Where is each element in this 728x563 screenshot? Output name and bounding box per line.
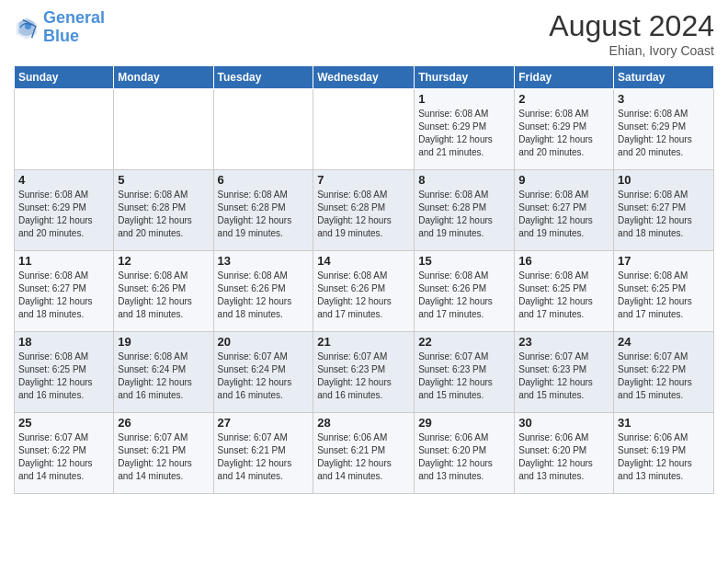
calendar-week-0: 1Sunrise: 6:08 AM Sunset: 6:29 PM Daylig… (15, 89, 714, 170)
calendar-cell: 15Sunrise: 6:08 AM Sunset: 6:26 PM Dayli… (415, 251, 515, 332)
day-info: Sunrise: 6:07 AM Sunset: 6:24 PM Dayligh… (218, 350, 310, 402)
day-number: 15 (418, 254, 510, 268)
calendar-cell: 17Sunrise: 6:08 AM Sunset: 6:25 PM Dayli… (614, 251, 714, 332)
col-friday: Friday (515, 66, 614, 89)
col-thursday: Thursday (415, 66, 515, 89)
day-number: 10 (618, 173, 710, 187)
calendar-cell: 4Sunrise: 6:08 AM Sunset: 6:29 PM Daylig… (15, 170, 114, 251)
day-number: 27 (218, 416, 310, 430)
calendar-cell: 7Sunrise: 6:08 AM Sunset: 6:28 PM Daylig… (313, 170, 415, 251)
calendar-cell: 29Sunrise: 6:06 AM Sunset: 6:20 PM Dayli… (415, 413, 515, 494)
day-info: Sunrise: 6:06 AM Sunset: 6:21 PM Dayligh… (317, 431, 410, 483)
day-info: Sunrise: 6:08 AM Sunset: 6:28 PM Dayligh… (418, 189, 510, 240)
col-sunday: Sunday (15, 66, 114, 89)
calendar-cell: 5Sunrise: 6:08 AM Sunset: 6:28 PM Daylig… (114, 170, 213, 251)
day-number: 28 (317, 416, 410, 430)
day-info: Sunrise: 6:08 AM Sunset: 6:25 PM Dayligh… (18, 350, 109, 402)
day-info: Sunrise: 6:08 AM Sunset: 6:24 PM Dayligh… (118, 350, 209, 402)
page: General Blue August 2024 Ehian, Ivory Co… (0, 0, 728, 563)
day-number: 23 (518, 335, 609, 349)
logo-line1: General (43, 8, 105, 27)
calendar-cell: 13Sunrise: 6:08 AM Sunset: 6:26 PM Dayli… (213, 251, 313, 332)
calendar-cell: 27Sunrise: 6:07 AM Sunset: 6:21 PM Dayli… (213, 413, 313, 494)
day-info: Sunrise: 6:08 AM Sunset: 6:26 PM Dayligh… (418, 270, 510, 321)
day-info: Sunrise: 6:08 AM Sunset: 6:28 PM Dayligh… (317, 189, 410, 240)
calendar-cell: 24Sunrise: 6:07 AM Sunset: 6:22 PM Dayli… (614, 332, 714, 413)
day-info: Sunrise: 6:08 AM Sunset: 6:25 PM Dayligh… (618, 270, 710, 321)
day-number: 2 (518, 92, 609, 106)
calendar-cell: 30Sunrise: 6:06 AM Sunset: 6:20 PM Dayli… (515, 413, 614, 494)
day-number: 17 (618, 254, 710, 268)
calendar-cell: 23Sunrise: 6:07 AM Sunset: 6:23 PM Dayli… (515, 332, 614, 413)
header: General Blue August 2024 Ehian, Ivory Co… (14, 9, 714, 58)
calendar-cell: 2Sunrise: 6:08 AM Sunset: 6:29 PM Daylig… (515, 89, 614, 170)
day-info: Sunrise: 6:08 AM Sunset: 6:29 PM Dayligh… (418, 108, 510, 159)
day-number: 18 (18, 335, 109, 349)
calendar-cell (114, 89, 213, 170)
day-number: 21 (317, 335, 410, 349)
day-number: 9 (518, 173, 609, 187)
month-year: August 2024 (549, 9, 714, 43)
day-info: Sunrise: 6:08 AM Sunset: 6:28 PM Dayligh… (118, 189, 209, 240)
calendar-cell: 1Sunrise: 6:08 AM Sunset: 6:29 PM Daylig… (415, 89, 515, 170)
calendar: Sunday Monday Tuesday Wednesday Thursday… (14, 65, 714, 494)
calendar-cell: 21Sunrise: 6:07 AM Sunset: 6:23 PM Dayli… (313, 332, 415, 413)
day-info: Sunrise: 6:08 AM Sunset: 6:29 PM Dayligh… (518, 108, 609, 159)
logo: General Blue (14, 9, 105, 46)
day-info: Sunrise: 6:08 AM Sunset: 6:27 PM Dayligh… (18, 270, 109, 321)
day-info: Sunrise: 6:08 AM Sunset: 6:26 PM Dayligh… (317, 270, 410, 321)
calendar-week-4: 25Sunrise: 6:07 AM Sunset: 6:22 PM Dayli… (15, 413, 714, 494)
calendar-cell: 12Sunrise: 6:08 AM Sunset: 6:26 PM Dayli… (114, 251, 213, 332)
calendar-cell: 8Sunrise: 6:08 AM Sunset: 6:28 PM Daylig… (415, 170, 515, 251)
calendar-cell: 31Sunrise: 6:06 AM Sunset: 6:19 PM Dayli… (614, 413, 714, 494)
calendar-cell: 26Sunrise: 6:07 AM Sunset: 6:21 PM Dayli… (114, 413, 213, 494)
day-info: Sunrise: 6:07 AM Sunset: 6:23 PM Dayligh… (317, 350, 410, 402)
calendar-cell: 20Sunrise: 6:07 AM Sunset: 6:24 PM Dayli… (213, 332, 313, 413)
day-info: Sunrise: 6:08 AM Sunset: 6:29 PM Dayligh… (618, 108, 710, 159)
calendar-cell: 3Sunrise: 6:08 AM Sunset: 6:29 PM Daylig… (614, 89, 714, 170)
day-info: Sunrise: 6:08 AM Sunset: 6:26 PM Dayligh… (218, 270, 310, 321)
col-tuesday: Tuesday (213, 66, 313, 89)
day-number: 3 (618, 92, 710, 106)
day-number: 19 (118, 335, 209, 349)
calendar-week-2: 11Sunrise: 6:08 AM Sunset: 6:27 PM Dayli… (15, 251, 714, 332)
day-info: Sunrise: 6:08 AM Sunset: 6:29 PM Dayligh… (18, 189, 109, 240)
day-info: Sunrise: 6:08 AM Sunset: 6:25 PM Dayligh… (518, 270, 609, 321)
day-info: Sunrise: 6:07 AM Sunset: 6:22 PM Dayligh… (18, 431, 109, 483)
day-number: 20 (218, 335, 310, 349)
day-info: Sunrise: 6:08 AM Sunset: 6:27 PM Dayligh… (618, 189, 710, 240)
title-block: August 2024 Ehian, Ivory Coast (549, 9, 714, 58)
location: Ehian, Ivory Coast (549, 43, 714, 58)
calendar-cell: 16Sunrise: 6:08 AM Sunset: 6:25 PM Dayli… (515, 251, 614, 332)
day-number: 14 (317, 254, 410, 268)
logo-text: General Blue (43, 9, 105, 46)
day-number: 25 (18, 416, 109, 430)
calendar-cell: 19Sunrise: 6:08 AM Sunset: 6:24 PM Dayli… (114, 332, 213, 413)
calendar-cell (213, 89, 313, 170)
col-wednesday: Wednesday (313, 66, 415, 89)
day-info: Sunrise: 6:07 AM Sunset: 6:22 PM Dayligh… (618, 350, 710, 402)
day-info: Sunrise: 6:06 AM Sunset: 6:20 PM Dayligh… (518, 431, 609, 483)
calendar-cell: 28Sunrise: 6:06 AM Sunset: 6:21 PM Dayli… (313, 413, 415, 494)
day-number: 11 (18, 254, 109, 268)
day-info: Sunrise: 6:07 AM Sunset: 6:21 PM Dayligh… (118, 431, 209, 483)
col-saturday: Saturday (614, 66, 714, 89)
col-monday: Monday (114, 66, 213, 89)
day-info: Sunrise: 6:07 AM Sunset: 6:21 PM Dayligh… (218, 431, 310, 483)
day-number: 13 (218, 254, 310, 268)
day-number: 24 (618, 335, 710, 349)
day-number: 8 (418, 173, 510, 187)
calendar-cell (313, 89, 415, 170)
calendar-week-1: 4Sunrise: 6:08 AM Sunset: 6:29 PM Daylig… (15, 170, 714, 251)
day-info: Sunrise: 6:06 AM Sunset: 6:19 PM Dayligh… (618, 431, 710, 483)
day-number: 4 (18, 173, 109, 187)
day-number: 7 (317, 173, 410, 187)
day-number: 5 (118, 173, 209, 187)
day-number: 16 (518, 254, 609, 268)
calendar-cell (15, 89, 114, 170)
calendar-cell: 22Sunrise: 6:07 AM Sunset: 6:23 PM Dayli… (415, 332, 515, 413)
day-number: 1 (418, 92, 510, 106)
day-number: 22 (418, 335, 510, 349)
day-info: Sunrise: 6:08 AM Sunset: 6:26 PM Dayligh… (118, 270, 209, 321)
calendar-cell: 25Sunrise: 6:07 AM Sunset: 6:22 PM Dayli… (15, 413, 114, 494)
